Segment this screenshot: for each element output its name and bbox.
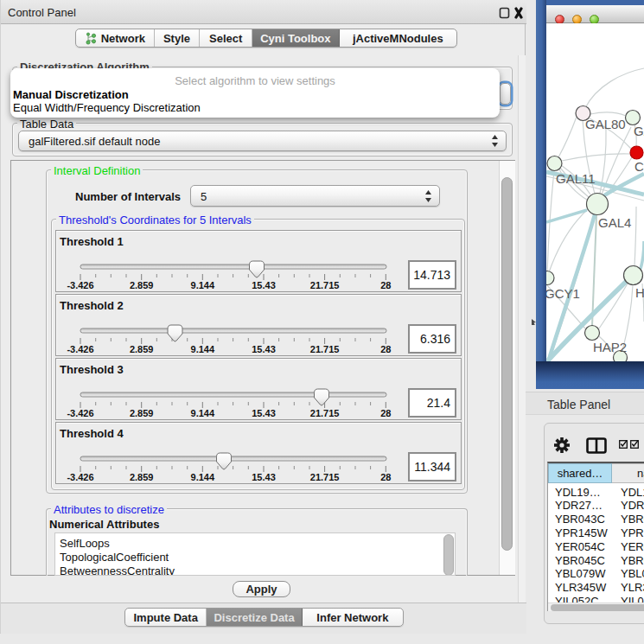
svg-text:GCY1: GCY1 [546,286,580,301]
svg-text:GAL80: GAL80 [585,117,626,131]
svg-text:-3.426: -3.426 [67,344,93,354]
svg-text:GAL4: GAL4 [598,215,631,230]
svg-text:15.43: 15.43 [252,344,276,354]
svg-text:HAP: HAP [635,285,644,300]
svg-text:28: 28 [380,344,391,354]
svg-text:-3.426: -3.426 [67,472,93,482]
svg-text:2.859: 2.859 [130,472,154,482]
svg-text:GAL: GAL [634,124,644,138]
svg-text:2.859: 2.859 [130,408,154,418]
svg-text:2.859: 2.859 [130,280,154,290]
svg-text:9.144: 9.144 [191,280,215,290]
svg-text:21.715: 21.715 [310,344,340,354]
svg-text:C: C [634,159,644,174]
svg-text:15.43: 15.43 [252,280,276,290]
svg-text:9.144: 9.144 [191,408,215,418]
svg-text:21.715: 21.715 [310,280,340,290]
svg-text:GAL11: GAL11 [556,171,596,186]
svg-text:9.144: 9.144 [191,472,215,482]
svg-text:2.859: 2.859 [130,344,154,354]
svg-text:9.144: 9.144 [191,344,215,354]
svg-text:15.43: 15.43 [252,472,276,482]
svg-text:21.715: 21.715 [310,472,340,482]
svg-text:-3.426: -3.426 [67,280,93,290]
svg-text:HAP2: HAP2 [593,340,627,354]
svg-text:28: 28 [380,280,391,290]
svg-text:-3.426: -3.426 [67,408,93,418]
svg-text:28: 28 [380,472,391,482]
svg-text:21.715: 21.715 [310,408,340,418]
svg-text:15.43: 15.43 [252,408,276,418]
svg-text:28: 28 [380,408,391,418]
